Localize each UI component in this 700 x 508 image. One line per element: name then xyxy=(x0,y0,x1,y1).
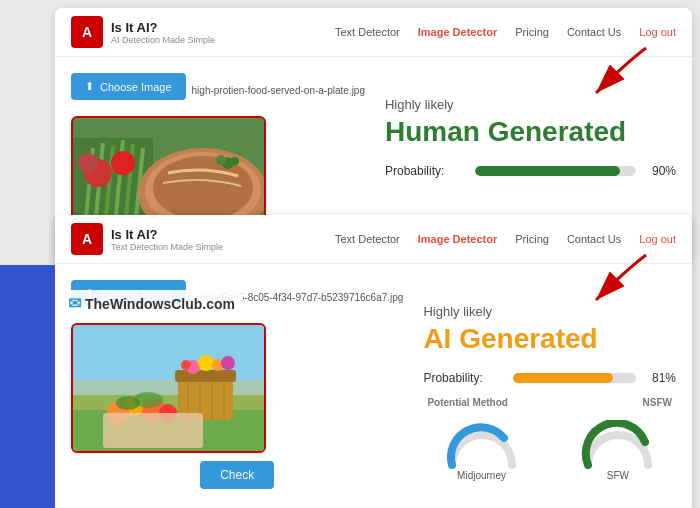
prob-bar-container-1 xyxy=(475,166,636,176)
logo-subtitle-1: AI Detection Made Simple xyxy=(111,35,215,45)
nav-pricing-1[interactable]: Pricing xyxy=(515,26,549,38)
nav-contact-2[interactable]: Contact Us xyxy=(567,233,621,245)
arrow-svg-2 xyxy=(566,250,686,310)
card-2: A Is It AI? Text Detection Made Simple T… xyxy=(55,215,692,508)
watermark: ✉ TheWindowsClub.com xyxy=(60,290,243,317)
food-image-2 xyxy=(71,323,266,453)
prob-label-1: Probability: xyxy=(385,164,465,178)
nav-pricing-2[interactable]: Pricing xyxy=(515,233,549,245)
logo-title-1: Is It AI? xyxy=(111,20,215,35)
nav-image-detector-2[interactable]: Image Detector xyxy=(418,233,497,245)
svg-point-31 xyxy=(181,360,191,370)
logo-area-1: A Is It AI? AI Detection Made Simple xyxy=(71,16,335,48)
gauge-midjourney: Midjourney xyxy=(423,420,539,487)
prob-label-2: Probability: xyxy=(423,371,503,385)
svg-point-13 xyxy=(153,156,253,220)
logo-area-2: A Is It AI? Text Detection Made Simple xyxy=(71,223,335,255)
nav-image-detector-1[interactable]: Image Detector xyxy=(418,26,497,38)
svg-point-9 xyxy=(111,151,135,175)
nav-links-1: Text Detector Image Detector Pricing Con… xyxy=(335,26,676,38)
logo-text-1: Is It AI? AI Detection Made Simple xyxy=(111,20,215,45)
nsfw-title: NSFW xyxy=(643,397,672,408)
upload-icon-1: ⬆ xyxy=(85,80,94,93)
nav-logout-2[interactable]: Log out xyxy=(639,233,676,245)
svg-point-10 xyxy=(78,153,98,173)
prob-bar-container-2 xyxy=(513,373,636,383)
potential-method-header: Potential Method NSFW xyxy=(423,397,676,408)
verdict-label-2: AI Generated xyxy=(423,323,676,355)
gauge-midjourney-svg xyxy=(442,420,522,470)
result-section-2: Highly likely AI Generated Probability: … xyxy=(423,280,676,487)
gauge-sfw-svg xyxy=(578,420,658,470)
result-section-1: Highly likely Human Generated Probabilit… xyxy=(385,73,676,186)
food-image-svg-2 xyxy=(73,325,266,453)
svg-point-28 xyxy=(198,355,214,371)
nav-logout-1[interactable]: Log out xyxy=(639,26,676,38)
nav-contact-1[interactable]: Contact Us xyxy=(567,26,621,38)
probability-row-2: Probability: 81% xyxy=(423,371,676,385)
prob-value-2: 81% xyxy=(646,371,676,385)
svg-point-16 xyxy=(231,157,239,165)
svg-point-37 xyxy=(116,396,140,410)
logo-subtitle-2: Text Detection Made Simple xyxy=(111,242,223,252)
logo-text-2: Is It AI? Text Detection Made Simple xyxy=(111,227,223,252)
gauge-midjourney-label: Midjourney xyxy=(423,470,539,481)
prob-bar-1 xyxy=(475,166,620,176)
svg-point-30 xyxy=(221,356,235,370)
logo-icon-1: A xyxy=(71,16,103,48)
svg-rect-38 xyxy=(103,413,203,448)
choose-image-btn-1[interactable]: ⬆ Choose Image xyxy=(71,73,186,100)
potential-method-section: Midjourney SFW xyxy=(423,420,676,487)
check-btn[interactable]: Check xyxy=(200,461,274,489)
upload-row-1: ⬆ Choose Image high-protien-food-served-… xyxy=(71,73,365,108)
logo-icon-2: A xyxy=(71,223,103,255)
logo-title-2: Is It AI? xyxy=(111,227,223,242)
watermark-text: TheWindowsClub.com xyxy=(85,296,235,312)
nav-text-detector-2[interactable]: Text Detector xyxy=(335,233,400,245)
nav-links-2: Text Detector Image Detector Pricing Con… xyxy=(335,233,676,245)
blue-sidebar xyxy=(0,265,55,508)
potential-method-title: Potential Method xyxy=(427,397,508,408)
gauge-sfw: SFW xyxy=(560,420,676,487)
gauge-sfw-label: SFW xyxy=(560,470,676,481)
prob-value-1: 90% xyxy=(646,164,676,178)
probability-row-1: Probability: 90% xyxy=(385,164,676,178)
verdict-label-1: Human Generated xyxy=(385,116,676,148)
prob-bar-2 xyxy=(513,373,612,383)
filename-1: high-protien-food-served-on-a-plate.jpg xyxy=(192,85,365,96)
watermark-icon: ✉ xyxy=(68,294,81,313)
arrow-svg-1 xyxy=(566,43,686,103)
nav-text-detector-1[interactable]: Text Detector xyxy=(335,26,400,38)
svg-rect-22 xyxy=(175,370,236,382)
svg-point-15 xyxy=(216,155,226,165)
